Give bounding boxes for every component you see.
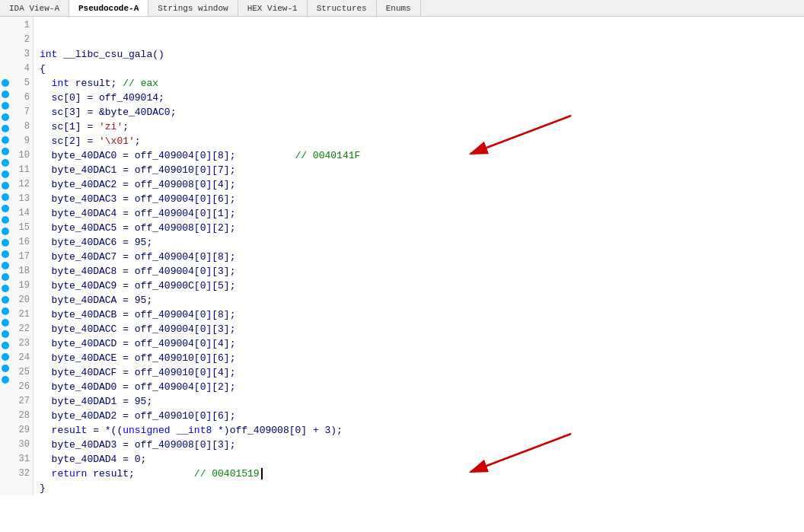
code-line-15: byte_40DAC6 = 95; [40,235,804,250]
code-text: byte_40DAC1 = off_409010[0][7]; [40,164,235,176]
code-text: byte_40DAD3 = off_409008[0][3]; [40,439,235,451]
code-line-13: byte_40DAC4 = off_409004[0][1]; [40,206,804,221]
bp-indicator-22 [2,273,9,281]
code-text: result; [69,78,123,89]
bp-indicator-7 [2,102,9,110]
line-number-14: 14 [11,206,30,221]
line-number-24: 24 [11,351,30,365]
code-line-20: byte_40DACB = off_409004[0][8]; [40,307,804,322]
code-text: byte_40DAC6 = 95; [40,237,152,248]
bp-indicator-6 [2,91,9,98]
code-text: byte_40DAC8 = off_409004[0][3]; [40,266,235,277]
keyword: return [52,468,88,479]
bp-indicator-8 [2,113,9,121]
code-text: sc[3] = &byte_40DAC0; [40,107,176,118]
code-line-30: byte_40DAD4 = 0; [40,452,804,467]
string-literal: '\x01' [99,135,135,147]
code-text: { [40,63,46,75]
line-number-13: 13 [11,192,30,206]
code-text [40,78,52,89]
code-line-6: sc[3] = &byte_40DAC0; [40,105,804,119]
line-number-2: 2 [11,33,30,47]
bp-indicator-2 [0,33,11,47]
bp-indicator-15 [2,193,9,201]
code-line-11: byte_40DAC2 = off_409008[0][4]; [40,177,804,192]
code-text: result = *(( [40,425,123,436]
line-numbers: 1234567891011121314151617181920212223242… [11,17,34,495]
code-line-3: int result; // eax [40,76,804,91]
bp-indicator-18 [2,228,9,235]
tab-strings[interactable]: Strings window [148,0,238,16]
inline-comment: // 0040141F [295,150,360,161]
bp-indicator-28 [2,342,9,349]
code-text: byte_40DACD = off_409004[0][4]; [40,338,235,349]
code-text: ; [135,135,141,147]
bp-indicator-25 [2,307,9,315]
code-text: byte_40DAD4 = 0; [40,454,146,465]
bp-indicator-5 [2,79,9,87]
line-number-22: 22 [11,322,30,336]
code-line-10: byte_40DAC1 = off_409010[0][7]; [40,163,804,177]
cursor [261,468,269,479]
line-number-30: 30 [11,438,30,452]
code-text: byte_40DAC0 = off_409004[0][8]; [40,150,235,161]
tab-structures[interactable]: Structures [308,0,377,16]
tab-enums[interactable]: Enums [377,0,421,16]
code-line-18: byte_40DAC9 = off_40900C[0][5]; [40,279,804,293]
code-text: byte_40DAC3 = off_409004[0][6]; [40,193,235,205]
bp-indicator-12 [2,159,9,167]
tab-ida-view[interactable]: IDA View-A [0,0,69,16]
code-text: byte_40DAC4 = off_409004[0][1]; [40,208,235,219]
code-text: sc[1] = [40,121,99,132]
line-number-20: 20 [11,293,30,307]
code-text: byte_40DAD1 = 95; [40,396,152,407]
bp-indicator-26 [2,319,9,327]
code-text: result; [87,468,134,479]
code-line-19: byte_40DACA = 95; [40,293,804,307]
bp-indicator-13 [2,170,9,178]
keyword: __int8 [176,425,212,436]
code-text: byte_40DACB = off_409004[0][8]; [40,309,235,320]
line-number-27: 27 [11,394,30,409]
code-line-12: byte_40DAC3 = off_409004[0][6]; [40,192,804,206]
line-number-3: 3 [11,47,30,62]
tab-pseudocode[interactable]: Pseudocode-A [69,0,148,16]
line-number-12: 12 [11,177,30,192]
bp-indicator-32 [0,387,11,402]
code-line-1: int __libc_csu_gala() [40,47,804,62]
code-line-24: byte_40DACF = off_409010[0][4]; [40,365,804,380]
code-text: byte_40DACC = off_409004[0][3]; [40,323,235,335]
tab-hex-view[interactable]: HEX View-1 [238,0,308,16]
line-number-29: 29 [11,423,30,438]
line-number-11: 11 [11,163,30,177]
bp-indicator-20 [2,250,9,258]
code-line-16: byte_40DAC7 = off_409004[0][8]; [40,250,804,264]
line-number-5: 5 [11,76,30,91]
string-literal: 'zi' [99,121,123,132]
line-number-7: 7 [11,105,30,119]
code-line-22: byte_40DACD = off_409004[0][4]; [40,336,804,351]
code-text: sc[2] = [40,135,99,147]
tab-bar: IDA View-A Pseudocode-A Strings window H… [0,0,804,17]
comment: // eax [123,78,158,89]
inline-comment: // 00401519 [194,468,260,479]
line-number-4: 4 [11,62,30,76]
code-text: byte_40DAC2 = off_409008[0][4]; [40,179,235,190]
inline-comment-pad [135,468,194,479]
keyword: unsigned [123,425,170,436]
line-number-9: 9 [11,134,30,148]
bp-indicator-14 [2,182,9,190]
code-line-29: byte_40DAD3 = off_409008[0][3]; [40,438,804,452]
bp-indicator-19 [2,239,9,247]
code-line-32: } [40,481,804,495]
bp-indicator-30 [2,365,9,372]
line-number-15: 15 [11,221,30,235]
code-line-23: byte_40DACE = off_409010[0][6]; [40,351,804,365]
code-line-26: byte_40DAD1 = 95; [40,394,804,409]
code-container: IDA View-A Pseudocode-A Strings window H… [0,0,804,532]
code-lines[interactable]: int __libc_csu_gala(){ int result; // ea… [34,17,804,495]
code-text: byte_40DAD0 = off_409004[0][2]; [40,381,235,393]
code-text: byte_40DAC5 = off_409008[0][2]; [40,222,235,234]
code-line-9: byte_40DAC0 = off_409004[0][8]; // 00401… [40,148,804,163]
line-number-8: 8 [11,119,30,134]
